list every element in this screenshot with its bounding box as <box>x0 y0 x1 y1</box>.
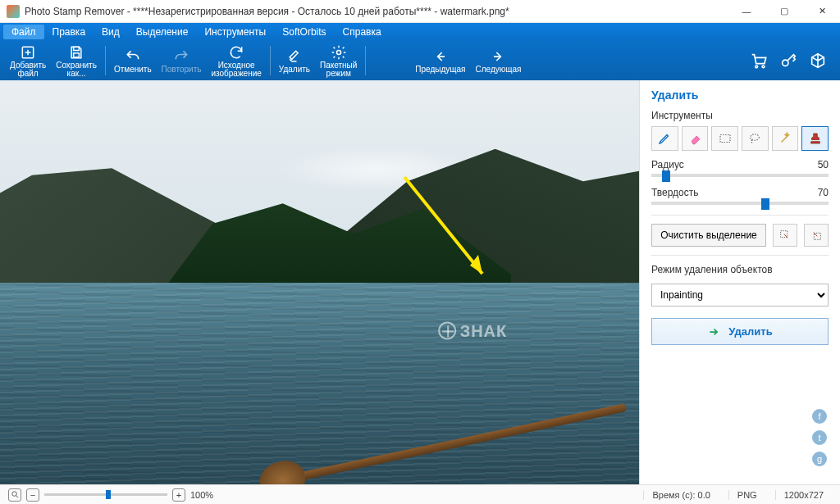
watermark-text: ЗНАК <box>460 321 508 340</box>
toolbar-separator <box>270 46 271 75</box>
cart-icon[interactable] <box>750 52 768 70</box>
radius-label: Радиус <box>651 159 684 170</box>
menu-edit[interactable]: Правка <box>44 25 94 39</box>
removal-mode-select[interactable]: Inpainting <box>651 284 829 306</box>
sidebar-title: Удалить <box>651 89 829 102</box>
social-links: f t g <box>812 409 827 466</box>
gear-icon <box>331 44 347 61</box>
magic-wand-tool[interactable] <box>772 126 799 151</box>
load-selection-button[interactable] <box>804 224 829 247</box>
redo-button[interactable]: Повторить <box>157 47 207 75</box>
arrow-right-icon <box>490 48 506 65</box>
arrow-left-icon <box>432 48 449 65</box>
menu-selection[interactable]: Выделение <box>128 25 197 39</box>
time-status: Время (с): 0.0 <box>643 490 718 500</box>
app-icon <box>7 5 20 18</box>
stamp-tool[interactable] <box>801 126 829 151</box>
maximize-button[interactable]: ▢ <box>773 3 796 20</box>
zoom-level: 100% <box>190 490 213 500</box>
previous-button[interactable]: Предыдущая <box>410 47 470 75</box>
redo-icon <box>173 48 189 65</box>
svg-rect-11 <box>720 135 730 143</box>
toolbar-right-icons <box>750 52 835 70</box>
menu-file[interactable]: Файл <box>3 25 44 39</box>
facebook-icon[interactable]: f <box>812 409 827 424</box>
eraser-icon <box>286 48 303 65</box>
zoom-out-button[interactable]: − <box>26 488 39 502</box>
svg-line-17 <box>16 495 18 497</box>
save-icon <box>68 44 84 61</box>
sidebar: Удалить Инструменты Радиус 50 Твердость … <box>639 80 840 484</box>
undo-button[interactable]: Отменить <box>109 47 157 75</box>
radius-row: Радиус 50 <box>651 159 829 170</box>
menu-view[interactable]: Вид <box>94 25 128 39</box>
canvas-area[interactable]: ЗНАК <box>0 80 639 484</box>
cube-icon[interactable] <box>809 52 827 70</box>
save-as-button[interactable]: Сохранитькак... <box>51 43 102 79</box>
menu-tools[interactable]: Инструменты <box>196 25 274 39</box>
hardness-slider[interactable] <box>651 202 829 205</box>
wand-icon <box>778 131 792 146</box>
save-selection-button[interactable] <box>773 224 797 247</box>
mode-label: Режим удаления объектов <box>651 264 829 275</box>
hardness-label: Твердость <box>651 187 699 198</box>
dimensions-status: 1200x727 <box>775 490 832 500</box>
zoom-fit-icon <box>11 490 20 499</box>
eraser-icon <box>687 131 702 146</box>
window-title: Photo Stamp Remover - ****Незарегистриро… <box>25 6 735 17</box>
load-selection-icon <box>810 229 823 242</box>
previous-label: Предыдущая <box>415 66 465 74</box>
batch-mode-label: Пакетныйрежим <box>320 61 357 78</box>
original-image-button[interactable]: Исходноеизображение <box>206 43 266 79</box>
hardness-row: Твердость 70 <box>651 187 829 198</box>
next-label: Следующая <box>476 66 522 74</box>
eraser-tool[interactable] <box>682 126 709 151</box>
menu-softorbits[interactable]: SoftOrbits <box>274 25 334 39</box>
zoom-fit-button[interactable] <box>8 488 21 502</box>
svg-rect-4 <box>74 52 80 57</box>
lasso-tool[interactable] <box>742 126 769 151</box>
save-selection-icon <box>778 229 792 242</box>
hardness-value: 70 <box>818 187 829 198</box>
zoom-in-button[interactable]: + <box>172 488 185 502</box>
batch-mode-button[interactable]: Пакетныйрежим <box>315 43 362 79</box>
rect-select-icon <box>718 131 733 146</box>
save-as-label: Сохранитькак... <box>56 61 97 78</box>
menu-help[interactable]: Справка <box>335 25 390 39</box>
titlebar: Photo Stamp Remover - ****Незарегистриро… <box>0 0 840 23</box>
pencil-icon <box>657 131 672 146</box>
key-icon[interactable] <box>779 52 797 70</box>
clear-selection-button[interactable]: Очистить выделение <box>651 224 766 247</box>
radius-value: 50 <box>818 159 829 170</box>
remove-button[interactable]: Удалить <box>274 47 315 75</box>
add-file-button[interactable]: Добавитьфайл <box>5 43 51 79</box>
radius-slider[interactable] <box>651 174 829 177</box>
pencil-tool[interactable] <box>651 126 678 151</box>
svg-point-7 <box>762 66 765 68</box>
svg-point-5 <box>336 50 340 54</box>
toolbar: Добавитьфайл Сохранитькак... Отменить По… <box>0 41 840 80</box>
menubar: Файл Правка Вид Выделение Инструменты So… <box>0 23 840 41</box>
minimize-button[interactable]: — <box>735 3 758 20</box>
close-button[interactable]: ✕ <box>810 3 833 20</box>
redo-label: Повторить <box>162 66 202 74</box>
main-area: ЗНАК Удалить Инструменты Радиус 50 Тверд… <box>0 80 840 484</box>
window-controls: — ▢ ✕ <box>735 3 833 20</box>
watermark-overlay: ЗНАК <box>439 321 508 340</box>
next-button[interactable]: Следующая <box>471 47 527 75</box>
remove-action-button[interactable]: Удалить <box>651 318 829 345</box>
undo-icon <box>125 48 141 65</box>
photo-canvas: ЗНАК <box>0 80 639 484</box>
tools-label: Инструменты <box>651 110 829 121</box>
svg-rect-13 <box>810 142 819 143</box>
zoom-controls: − + 100% <box>8 488 213 502</box>
google-icon[interactable]: g <box>812 452 827 466</box>
twitter-icon[interactable]: t <box>812 430 827 445</box>
original-image-label: Исходноеизображение <box>211 61 261 78</box>
clear-selection-row: Очистить выделение <box>651 224 829 247</box>
stamp-icon <box>808 131 823 146</box>
rect-select-tool[interactable] <box>711 126 738 151</box>
tool-palette <box>651 126 829 151</box>
divider <box>651 215 829 216</box>
zoom-slider[interactable] <box>44 493 167 496</box>
